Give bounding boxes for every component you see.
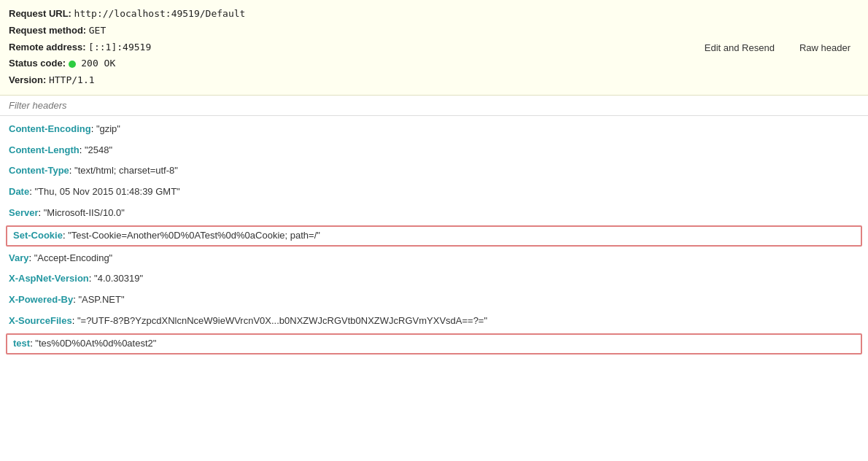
header-row: X-Powered-By: "ASP.NET" (0, 290, 868, 311)
status-code-label: Status code: (9, 58, 66, 69)
header-row: X-SourceFiles: "=?UTF-8?B?YzpcdXNlcnNceW… (0, 311, 868, 332)
header-value: "gzip" (96, 123, 120, 134)
remote-address-label: Remote address: (9, 42, 85, 53)
header-row: Date: "Thu, 05 Nov 2015 01:48:39 GMT" (0, 182, 868, 203)
header-colon: : (80, 144, 85, 155)
headers-list: Content-Encoding: "gzip"Content-Length: … (0, 116, 868, 359)
header-value: "Test-Cookie=Another%0D%0ATest%0d%0aCook… (68, 230, 320, 241)
header-colon: : (69, 165, 74, 176)
header-value: "2548" (85, 144, 112, 155)
version-value: HTTP/1.1 (49, 74, 95, 85)
request-method-label: Request method: (9, 25, 86, 36)
header-value: "ASP.NET" (78, 294, 124, 305)
request-method-row: Request method: GET (9, 23, 859, 39)
header-row: test: "tes%0D%0At%0d%0atest2" (6, 333, 862, 355)
header-key: Server (9, 207, 38, 218)
header-key: Set-Cookie (13, 230, 63, 241)
header-row: Server: "Microsoft-IIS/10.0" (0, 203, 868, 224)
header-key: Content-Length (9, 144, 80, 155)
header-key: Vary (9, 252, 28, 263)
header-value: "Thu, 05 Nov 2015 01:48:39 GMT" (34, 186, 179, 197)
header-key: X-SourceFiles (9, 315, 72, 326)
header-key: Content-Type (9, 165, 69, 176)
header-colon: : (72, 315, 77, 326)
header-value: "4.0.30319" (94, 273, 143, 284)
header-row: Content-Length: "2548" (0, 140, 868, 161)
header-key: Date (9, 186, 29, 197)
header-row: X-AspNet-Version: "4.0.30319" (0, 268, 868, 290)
header-key: X-Powered-By (9, 294, 73, 305)
status-dot-icon (69, 61, 76, 68)
header-key: test (13, 338, 30, 349)
remote-address-value: [::1]:49519 (88, 42, 151, 53)
header-row: Content-Encoding: "gzip" (0, 119, 868, 140)
version-label: Version: (9, 74, 46, 85)
request-method-value: GET (89, 25, 106, 36)
edit-resend-button[interactable]: Edit and Resend (699, 39, 780, 55)
request-url-label: Request URL: (9, 8, 71, 19)
header-row: Vary: "Accept-Encoding" (0, 248, 868, 269)
header-value: "tes%0D%0At%0d%0atest2" (35, 338, 156, 349)
header-value: "=?UTF-8?B?YzpcdXNlcnNceW9ieWVrcnV0X...b… (77, 315, 487, 326)
status-code-value: 200 OK (81, 58, 115, 69)
filter-headers-input[interactable] (9, 100, 155, 111)
header-value: "text/html; charset=utf-8" (74, 165, 178, 176)
header-colon: : (91, 123, 96, 134)
request-url-row: Request URL: http://localhost:49519/Defa… (9, 6, 859, 23)
header-row: Set-Cookie: "Test-Cookie=Another%0D%0ATe… (6, 225, 862, 247)
header-colon: : (28, 252, 34, 263)
header-key: Content-Encoding (9, 123, 91, 134)
request-summary-section: Request URL: http://localhost:49519/Defa… (0, 0, 868, 96)
status-code-row: Status code: 200 OK (9, 55, 859, 72)
header-value: "Accept-Encoding" (34, 252, 113, 263)
header-colon: : (89, 273, 94, 284)
header-value: "Microsoft-IIS/10.0" (44, 207, 125, 218)
top-buttons: Edit and Resend Raw header (699, 39, 856, 55)
version-row: Version: HTTP/1.1 (9, 72, 859, 89)
raw-header-button[interactable]: Raw header (794, 39, 856, 55)
request-url-value: http://localhost:49519/Default (74, 8, 246, 19)
header-row: Content-Type: "text/html; charset=utf-8" (0, 160, 868, 182)
header-key: X-AspNet-Version (9, 273, 89, 284)
header-colon: : (38, 207, 43, 218)
filter-section[interactable] (0, 96, 868, 116)
